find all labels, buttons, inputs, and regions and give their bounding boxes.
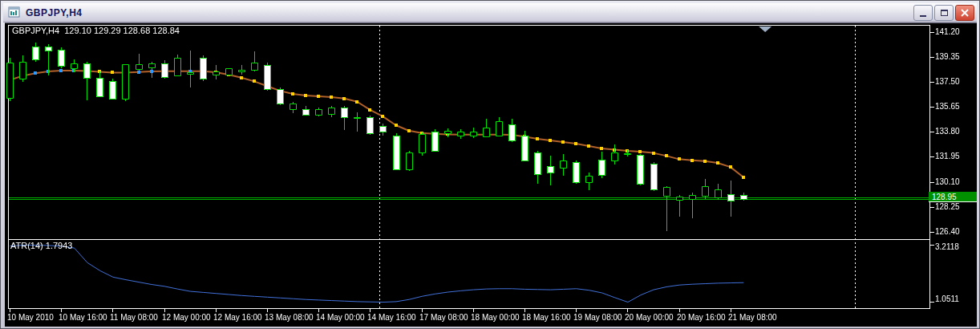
time-tick-label: 14 May 00:00 bbox=[316, 313, 365, 322]
price-tick-label: 133.80 bbox=[935, 127, 960, 136]
time-tick-label: 11 May 08:00 bbox=[110, 313, 158, 322]
price-tick-label: 130.10 bbox=[935, 177, 960, 186]
price-tick-label: 137.50 bbox=[935, 77, 960, 86]
time-tick-label: 21 May 08:00 bbox=[728, 313, 777, 322]
maximize-button[interactable] bbox=[934, 5, 954, 21]
time-tick-label: 10 May 16:00 bbox=[59, 313, 107, 322]
price-tick-label: 131.95 bbox=[935, 152, 960, 160]
price-tick-label: 128.25 bbox=[935, 202, 960, 211]
close-icon bbox=[961, 9, 969, 17]
chart-icon bbox=[8, 6, 21, 18]
time-tick-label: 20 May 16:00 bbox=[677, 313, 726, 322]
price-tick-label: 126.40 bbox=[935, 227, 960, 236]
ohlc-header: GBPJPY,H4 129.10 129.29 128.68 128.84 bbox=[12, 26, 180, 35]
time-tick-label: 18 May 00:00 bbox=[471, 313, 520, 322]
time-tick-label: 18 May 16:00 bbox=[522, 313, 571, 322]
chart-window: GBPJPY,H4 GBPJPY,H4 129.10 129.29 128.68… bbox=[0, 0, 980, 329]
current-price-marker: 128.95 bbox=[929, 192, 977, 202]
price-axis[interactable] bbox=[927, 23, 977, 327]
time-tick-label: 12 May 00:00 bbox=[162, 313, 211, 322]
chart-overlay: GBPJPY,H4 129.10 129.29 128.68 128.84 AT… bbox=[5, 23, 977, 327]
minimize-icon bbox=[920, 15, 926, 17]
title-bar[interactable]: GBPJPY,H4 bbox=[3, 3, 977, 22]
time-tick-label: 19 May 08:00 bbox=[573, 313, 622, 322]
close-button[interactable] bbox=[955, 5, 974, 21]
price-tick-label: 135.65 bbox=[935, 102, 960, 111]
time-tick-label: 14 May 16:00 bbox=[367, 313, 416, 322]
time-tick-label: 12 May 16:00 bbox=[213, 313, 262, 322]
time-tick-label: 10 May 2010 bbox=[7, 313, 54, 322]
atr-indicator-label: ATR(14) 1.7943 bbox=[10, 241, 72, 250]
time-tick-label: 20 May 00:00 bbox=[625, 313, 674, 322]
minimize-button[interactable] bbox=[913, 5, 933, 21]
price-tick-label: 139.35 bbox=[935, 52, 960, 61]
atr-tick-label: 1.0511 bbox=[935, 294, 959, 303]
maximize-icon bbox=[941, 10, 948, 16]
time-tick-label: 13 May 08:00 bbox=[265, 313, 314, 322]
time-tick-label: 17 May 08:00 bbox=[419, 313, 468, 322]
atr-tick-label: 3.2118 bbox=[935, 242, 959, 251]
window-title: GBPJPY,H4 bbox=[26, 7, 83, 18]
price-tick-label: 141.20 bbox=[935, 27, 960, 36]
chart-client-area: GBPJPY,H4 129.10 129.29 128.68 128.84 AT… bbox=[5, 22, 977, 327]
